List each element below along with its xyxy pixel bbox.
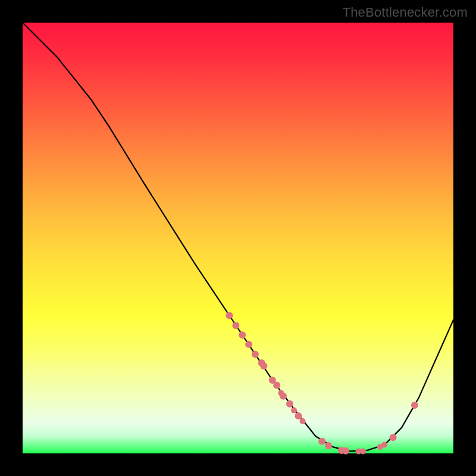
data-point <box>381 442 387 448</box>
watermark-text: TheBottlenecker.com <box>343 5 468 20</box>
data-point <box>280 393 287 400</box>
data-points <box>226 312 418 454</box>
data-point <box>239 331 246 339</box>
chart-area <box>23 23 453 453</box>
data-point <box>325 442 332 449</box>
data-point <box>291 408 297 414</box>
data-point <box>342 447 349 455</box>
data-point <box>300 418 306 424</box>
data-point <box>318 438 325 445</box>
data-point <box>252 351 259 358</box>
data-point <box>411 402 418 409</box>
data-point <box>232 322 239 329</box>
data-point <box>245 341 252 348</box>
data-point <box>260 362 267 369</box>
bottleneck-curve <box>23 23 453 451</box>
data-point <box>360 448 366 454</box>
data-point <box>226 312 233 319</box>
data-point <box>390 434 397 441</box>
data-point <box>273 382 280 389</box>
data-point <box>286 400 293 408</box>
chart-svg <box>23 23 453 453</box>
data-point <box>295 412 302 419</box>
